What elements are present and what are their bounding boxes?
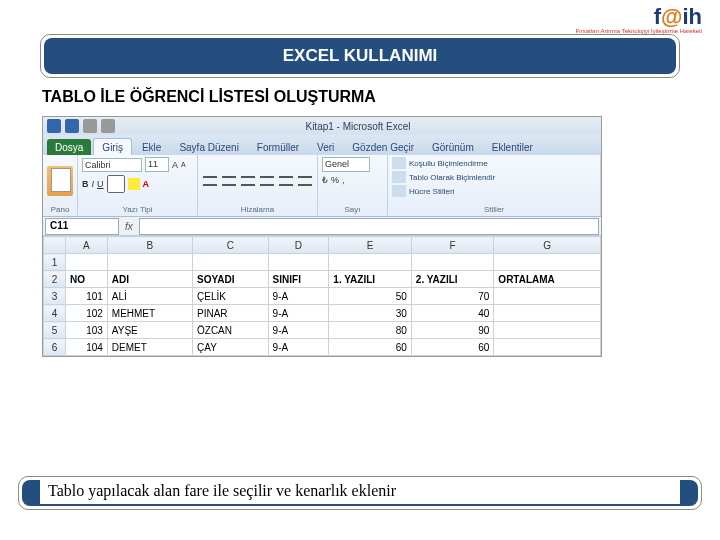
cell[interactable]: 9-A xyxy=(268,305,329,322)
cell[interactable]: 50 xyxy=(329,288,412,305)
redo-icon[interactable] xyxy=(101,119,115,133)
tab-eklentiler[interactable]: Eklentiler xyxy=(484,139,541,155)
tab-giris[interactable]: Giriş xyxy=(93,138,132,155)
name-box[interactable]: C11 xyxy=(45,218,119,235)
cell[interactable] xyxy=(411,254,494,271)
cell[interactable]: 80 xyxy=(329,322,412,339)
cell[interactable] xyxy=(268,254,329,271)
col-D[interactable]: D xyxy=(268,237,329,254)
row-header-4[interactable]: 4 xyxy=(44,305,66,322)
italic-icon[interactable]: I xyxy=(92,179,95,189)
undo-icon[interactable] xyxy=(83,119,97,133)
percent-icon[interactable]: % xyxy=(331,175,339,185)
underline-icon[interactable]: U xyxy=(97,179,104,189)
format-as-table-label[interactable]: Tablo Olarak Biçimlendir xyxy=(409,173,495,182)
cell[interactable]: ÖZCAN xyxy=(193,322,269,339)
cell[interactable] xyxy=(329,254,412,271)
row-header-2[interactable]: 2 xyxy=(44,271,66,288)
cell[interactable] xyxy=(107,254,192,271)
row-header-1[interactable]: 1 xyxy=(44,254,66,271)
tab-ekle[interactable]: Ekle xyxy=(134,139,169,155)
cell[interactable] xyxy=(494,254,601,271)
select-all-corner[interactable] xyxy=(44,237,66,254)
fill-color-icon[interactable] xyxy=(128,178,140,190)
formula-bar[interactable] xyxy=(139,218,599,235)
cell[interactable]: 9-A xyxy=(268,339,329,356)
cell[interactable]: ORTALAMA xyxy=(494,271,601,288)
cell[interactable]: NO xyxy=(66,271,108,288)
cell[interactable]: ADI xyxy=(107,271,192,288)
col-G[interactable]: G xyxy=(494,237,601,254)
cell-styles-label[interactable]: Hücre Stilleri xyxy=(409,187,454,196)
format-as-table-icon[interactable] xyxy=(392,171,406,183)
col-F[interactable]: F xyxy=(411,237,494,254)
cell[interactable]: 90 xyxy=(411,322,494,339)
font-color-icon[interactable]: A xyxy=(143,179,150,189)
align-right-icon[interactable] xyxy=(298,176,312,186)
align-middle-icon[interactable] xyxy=(222,176,236,186)
cell[interactable] xyxy=(494,339,601,356)
col-B[interactable]: B xyxy=(107,237,192,254)
align-top-icon[interactable] xyxy=(203,176,217,186)
cell[interactable]: 104 xyxy=(66,339,108,356)
col-E[interactable]: E xyxy=(329,237,412,254)
row-header-3[interactable]: 3 xyxy=(44,288,66,305)
col-C[interactable]: C xyxy=(193,237,269,254)
cell[interactable]: ÇAY xyxy=(193,339,269,356)
increase-font-icon[interactable]: A xyxy=(172,160,178,170)
cell[interactable]: 102 xyxy=(66,305,108,322)
font-name-select[interactable]: Calibri xyxy=(82,158,142,172)
cell[interactable]: 60 xyxy=(411,339,494,356)
decrease-font-icon[interactable]: A xyxy=(181,161,186,168)
tab-formuller[interactable]: Formüller xyxy=(249,139,307,155)
align-center-icon[interactable] xyxy=(279,176,293,186)
conditional-format-label[interactable]: Koşullu Biçimlendirme xyxy=(409,159,488,168)
cell[interactable]: PINAR xyxy=(193,305,269,322)
cell[interactable]: 2. YAZILI xyxy=(411,271,494,288)
align-bottom-icon[interactable] xyxy=(241,176,255,186)
cell[interactable] xyxy=(193,254,269,271)
cell[interactable]: MEHMET xyxy=(107,305,192,322)
col-A[interactable]: A xyxy=(66,237,108,254)
row-header-6[interactable]: 6 xyxy=(44,339,66,356)
cell[interactable] xyxy=(494,305,601,322)
cell[interactable]: 40 xyxy=(411,305,494,322)
cell[interactable] xyxy=(494,288,601,305)
cell[interactable]: AYŞE xyxy=(107,322,192,339)
cell[interactable]: 30 xyxy=(329,305,412,322)
row-header-5[interactable]: 5 xyxy=(44,322,66,339)
conditional-format-icon[interactable] xyxy=(392,157,406,169)
number-format-select[interactable]: Genel xyxy=(322,157,370,172)
bold-icon[interactable]: B xyxy=(82,179,89,189)
cell[interactable]: ÇELİK xyxy=(193,288,269,305)
fx-icon[interactable]: fx xyxy=(125,221,133,232)
tab-dosya[interactable]: Dosya xyxy=(47,139,91,155)
tab-sayfa-duzeni[interactable]: Sayfa Düzeni xyxy=(171,139,246,155)
cell[interactable] xyxy=(494,322,601,339)
cell[interactable]: 1. YAZILI xyxy=(329,271,412,288)
cell[interactable]: DEMET xyxy=(107,339,192,356)
cell[interactable]: 9-A xyxy=(268,288,329,305)
paste-icon[interactable] xyxy=(47,166,73,196)
cell[interactable]: SOYADI xyxy=(193,271,269,288)
brand-post: ih xyxy=(682,4,702,29)
font-size-select[interactable]: 11 xyxy=(145,157,169,172)
borders-icon[interactable] xyxy=(107,175,125,193)
comma-icon[interactable]: , xyxy=(342,175,345,185)
cell[interactable]: 70 xyxy=(411,288,494,305)
save-icon[interactable] xyxy=(65,119,79,133)
align-left-icon[interactable] xyxy=(260,176,274,186)
tab-gorunum[interactable]: Görünüm xyxy=(424,139,482,155)
tab-gozden-gecir[interactable]: Gözden Geçir xyxy=(344,139,422,155)
cell[interactable]: SINIFI xyxy=(268,271,329,288)
cell-styles-icon[interactable] xyxy=(392,185,406,197)
cell[interactable]: 9-A xyxy=(268,322,329,339)
cell[interactable]: ALİ xyxy=(107,288,192,305)
currency-icon[interactable]: ₺ xyxy=(322,175,328,185)
worksheet-grid[interactable]: A B C D E F G 12NOADISOYADISINIFI1. YAZI… xyxy=(43,236,601,356)
cell[interactable]: 103 xyxy=(66,322,108,339)
cell[interactable]: 101 xyxy=(66,288,108,305)
cell[interactable] xyxy=(66,254,108,271)
cell[interactable]: 60 xyxy=(329,339,412,356)
tab-veri[interactable]: Veri xyxy=(309,139,342,155)
